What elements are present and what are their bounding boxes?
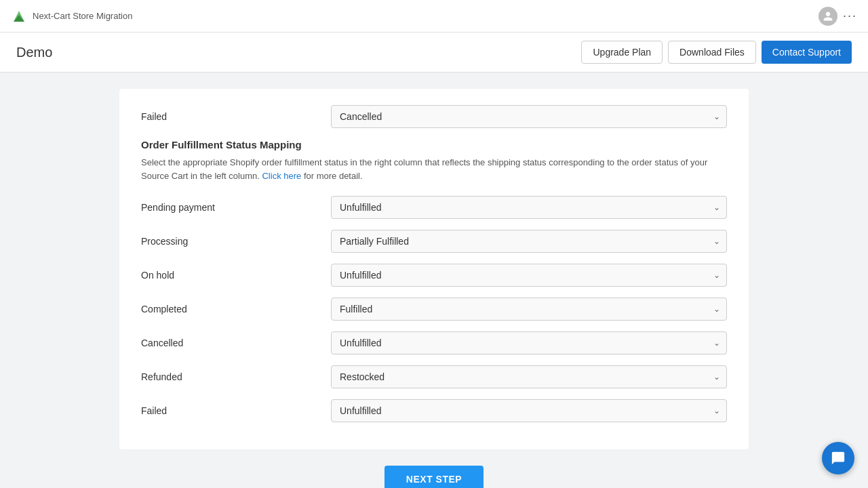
fulfillment-row-select[interactable]: UnfulfilledPartially FulfilledFulfilledR… <box>331 230 727 253</box>
fulfillment-row-select-wrap: UnfulfilledPartially FulfilledFulfilledR… <box>331 298 727 321</box>
chat-bubble-button[interactable] <box>822 442 854 474</box>
page-header: Demo Upgrade Plan Download Files Contact… <box>0 33 868 73</box>
fulfillment-row-label: Failed <box>141 405 331 416</box>
section-description: Select the appropriate Shopify order ful… <box>141 156 727 182</box>
failed-top-row: Failed Cancelled Unfulfilled Partially F… <box>141 105 727 128</box>
fulfillment-row-select-wrap: UnfulfilledPartially FulfilledFulfilledR… <box>331 196 727 219</box>
fulfillment-row-label: On hold <box>141 270 331 281</box>
fulfillment-row-select[interactable]: UnfulfilledPartially FulfilledFulfilledR… <box>331 365 727 388</box>
fulfillment-row-select-wrap: UnfulfilledPartially FulfilledFulfilledR… <box>331 399 727 422</box>
fulfillment-row-select-wrap: UnfulfilledPartially FulfilledFulfilledR… <box>331 331 727 354</box>
fulfillment-row: CompletedUnfulfilledPartially FulfilledF… <box>141 298 727 321</box>
fulfillment-row: On holdUnfulfilledPartially FulfilledFul… <box>141 264 727 287</box>
upgrade-plan-button[interactable]: Upgrade Plan <box>581 41 663 64</box>
page-title: Demo <box>16 45 581 60</box>
fulfillment-row-select-wrap: UnfulfilledPartially FulfilledFulfilledR… <box>331 264 727 287</box>
app-chrome-bar: Next-Cart Store Migration ··· <box>0 0 868 33</box>
app-title: Next-Cart Store Migration <box>33 11 132 21</box>
app-logo: Next-Cart Store Migration <box>11 8 132 24</box>
fulfillment-row: CancelledUnfulfilledPartially FulfilledF… <box>141 331 727 354</box>
fulfillment-row-select[interactable]: UnfulfilledPartially FulfilledFulfilledR… <box>331 298 727 321</box>
fulfillment-row-select[interactable]: UnfulfilledPartially FulfilledFulfilledR… <box>331 264 727 287</box>
download-files-button[interactable]: Download Files <box>668 41 756 64</box>
fulfillment-row-select[interactable]: UnfulfilledPartially FulfilledFulfilledR… <box>331 196 727 219</box>
fulfillment-row-select-wrap: UnfulfilledPartially FulfilledFulfilledR… <box>331 230 727 253</box>
section-heading: Order Fulfillment Status Mapping <box>141 139 727 150</box>
fulfillment-row: Pending paymentUnfulfilledPartially Fulf… <box>141 196 727 219</box>
fulfillment-card: Failed Cancelled Unfulfilled Partially F… <box>119 89 749 449</box>
fulfillment-row-label: Completed <box>141 304 331 314</box>
contact-support-button[interactable]: Contact Support <box>762 41 852 64</box>
fulfillment-row-select[interactable]: UnfulfilledPartially FulfilledFulfilledR… <box>331 331 727 354</box>
fulfillment-row-label: Cancelled <box>141 338 331 348</box>
fulfillment-row: RefundedUnfulfilledPartially FulfilledFu… <box>141 365 727 388</box>
failed-top-label: Failed <box>141 111 331 122</box>
svg-marker-1 <box>14 15 24 22</box>
next-step-button[interactable]: NEXT STEP <box>384 466 484 488</box>
user-avatar[interactable] <box>818 7 837 26</box>
more-options-button[interactable]: ··· <box>843 9 857 23</box>
next-step-area: NEXT STEP <box>119 466 749 488</box>
header-actions: Upgrade Plan Download Files Contact Supp… <box>581 41 852 64</box>
failed-top-select[interactable]: Cancelled Unfulfilled Partially Fulfille… <box>331 105 727 128</box>
fulfillment-row-label: Processing <box>141 236 331 247</box>
fulfillment-rows: Pending paymentUnfulfilledPartially Fulf… <box>141 196 727 422</box>
fulfillment-row-label: Refunded <box>141 371 331 382</box>
fulfillment-row-label: Pending payment <box>141 202 331 213</box>
fulfillment-row-select[interactable]: UnfulfilledPartially FulfilledFulfilledR… <box>331 399 727 422</box>
top-bar-right: ··· <box>813 7 857 26</box>
app-logo-icon <box>11 8 27 24</box>
click-here-link[interactable]: Click here <box>262 171 301 181</box>
failed-top-select-wrap: Cancelled Unfulfilled Partially Fulfille… <box>331 105 727 128</box>
fulfillment-row-select-wrap: UnfulfilledPartially FulfilledFulfilledR… <box>331 365 727 388</box>
main-content: Failed Cancelled Unfulfilled Partially F… <box>108 89 760 488</box>
fulfillment-row: ProcessingUnfulfilledPartially Fulfilled… <box>141 230 727 253</box>
fulfillment-row: FailedUnfulfilledPartially FulfilledFulf… <box>141 399 727 422</box>
